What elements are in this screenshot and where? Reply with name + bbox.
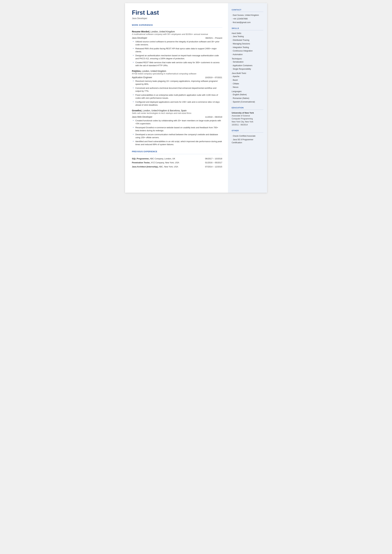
job-block-2: Polyhire, London, United Kingdom NYSE-li…: [132, 70, 222, 107]
job-bullets-2: Resolved memory leaks plaguing 10+ compa…: [132, 80, 222, 107]
technique-3: Single Responsibility: [232, 68, 263, 70]
skill-5: Continuous Integration: [232, 49, 263, 52]
skills-divider: [232, 30, 263, 30]
job-row-3: Java Web Developer 11/2018 – 09/2019: [132, 116, 222, 118]
edu-school: University of New York: [232, 112, 263, 114]
job-block-3: Growthsi, London, United Kingdom & Barce…: [132, 109, 222, 146]
bullet-3-1: Created functional codes by collaboratin…: [133, 119, 222, 125]
company-rest-3: London, United Kingdom & Barcelona, Spai…: [142, 109, 187, 112]
techniques-label: Techniques:: [232, 58, 263, 60]
skills-heading: SKILLS: [232, 27, 263, 29]
job-role-3: Java Web Developer: [132, 116, 153, 118]
company-bold-1: Resume Worded,: [132, 30, 150, 33]
contact-heading: CONTACT: [232, 9, 263, 11]
contact-phone: +44 1234567890: [232, 17, 263, 20]
main-column: First Last Java Developer WORK EXPERIENC…: [125, 3, 228, 193]
language-1: English (Native): [232, 93, 263, 96]
bullet-3-2: Revamped Growthsi e-commerce website bas…: [133, 126, 222, 132]
edu-dates: 10/2011 - 06/2014: [232, 123, 263, 126]
prev-row-3: Java Architect (Internship), ABC, New Yo…: [132, 165, 222, 169]
company-bold-2: Polyhire,: [132, 70, 141, 72]
company-name-2: Polyhire, London, United Kingdom: [132, 70, 222, 72]
education-divider: [232, 110, 263, 110]
bullet-3-4: Identified and fixed vulnerabilities in …: [133, 140, 222, 146]
bullet-1-4: Created REST Web services that make web …: [133, 61, 222, 67]
bullet-1-2: Released RW's first public-facing REST A…: [133, 47, 222, 53]
company-desc-3: Sells call center technologies to tech s…: [132, 112, 222, 114]
contact-email: first.last@gmail.com: [232, 21, 263, 24]
language-2: Romanian (Native): [232, 97, 263, 100]
resume-container: First Last Java Developer WORK EXPERIENC…: [125, 3, 267, 193]
bullet-2-3: Fixed vulnerabilities in an enterprise-w…: [133, 93, 222, 100]
job-row-1: Java Developer 08/2021 – Present: [132, 37, 222, 39]
company-desc-2: NYSE-listed company specializing in math…: [132, 72, 222, 75]
prev-dates-3: 07/2014 – 12/2015: [190, 165, 222, 169]
build-tool-3: CMake: [232, 82, 263, 85]
job-role-1: Java Developer: [132, 37, 147, 39]
prev-role-2: Penetration Tester, XYZ Company, New Yor…: [132, 161, 191, 165]
sidebar-column: CONTACT East Sussex, United Kingdom +44 …: [228, 3, 267, 193]
company-rest-1: London, United Kingdom: [150, 30, 175, 33]
job-role-2: Application Engineer: [132, 76, 152, 79]
skill-3: Managing Sessions: [232, 42, 263, 45]
prev-dates-2: 01/2016 – 05/2017: [190, 161, 222, 165]
prev-dates-1: 06/2017 – 10/2018: [190, 157, 222, 161]
build-tools-label: Java Build Tools:: [232, 72, 263, 74]
job-dates-3: 11/2018 – 09/2019: [205, 116, 222, 118]
other-item-2: Java SE 8 Programmer Certification: [232, 138, 263, 144]
bullet-1-3: Designed an authentication mechanism bas…: [133, 54, 222, 60]
languages-label: Languages:: [232, 90, 263, 92]
edu-location: New York City, New York: [232, 120, 263, 123]
company-desc-1: A multinational software company with 50…: [132, 33, 222, 35]
prev-experience-heading: PREVIOUS EXPERIENCE: [132, 150, 222, 153]
other-item-1: Oracle Certified Associate: [232, 134, 263, 138]
technique-1: Serialization: [232, 61, 263, 63]
candidate-title: Java Developer: [132, 17, 222, 20]
edu-field: Computer Programming: [232, 117, 263, 120]
prev-role-3: Java Architect (Internship), ABC, New Yo…: [132, 165, 191, 169]
education-heading: EDUCATION: [232, 107, 263, 109]
prev-experience-divider: [132, 154, 222, 154]
job-dates-1: 08/2021 – Present: [205, 37, 222, 39]
bullet-2-4: Configured and deployed applications and…: [133, 100, 222, 107]
prev-row-2: Penetration Tester, XYZ Company, New Yor…: [132, 161, 222, 165]
prev-row-1: SQL Programmer, ABC Company, London, UK …: [132, 157, 222, 161]
other-heading: OTHER: [232, 130, 263, 132]
job-row-2: Application Engineer 10/2019 – 07/2021: [132, 76, 222, 79]
bullet-3-3: Developed a secure communication method …: [133, 133, 222, 139]
build-tool-4: Nexus: [232, 86, 263, 89]
hard-skills-label: Hard Skills:: [232, 32, 263, 35]
build-tool-1: Apache: [232, 75, 263, 78]
bullet-2-1: Resolved memory leaks plaguing 10+ compa…: [133, 80, 222, 86]
job-block-1: Resume Worded, London, United Kingdom A …: [132, 30, 222, 67]
technique-2: Application Containers: [232, 64, 263, 67]
skill-2: Distributed Tracing: [232, 39, 263, 42]
company-bold-3: Growthsi,: [132, 109, 142, 112]
bullet-1-1: Utilized source control software to pres…: [133, 40, 222, 46]
build-tool-2: Bazel: [232, 79, 263, 82]
skill-4: Integration Testing: [232, 46, 263, 49]
language-3: Spanish (Conversational): [232, 100, 263, 104]
prev-experience-table: SQL Programmer, ABC Company, London, UK …: [132, 157, 222, 169]
company-name-1: Resume Worded, London, United Kingdom: [132, 30, 222, 33]
bullet-2-2: Conceived and authored a technical docum…: [133, 87, 222, 93]
company-name-3: Growthsi, London, United Kingdom & Barce…: [132, 109, 222, 112]
company-rest-2: London, United Kingdom: [141, 70, 166, 72]
job-bullets-1: Utilized source control software to pres…: [132, 40, 222, 67]
skill-1: Java Testing: [232, 35, 263, 38]
prev-role-1: SQL Programmer, ABC Company, London, UK: [132, 157, 191, 161]
contact-address: East Sussex, United Kingdom: [232, 14, 263, 17]
candidate-name: First Last: [132, 9, 222, 16]
work-experience-heading: WORK EXPERIENCE: [132, 24, 222, 26]
contact-divider: [232, 12, 263, 12]
other-divider: [232, 133, 263, 133]
job-dates-2: 10/2019 – 07/2021: [205, 76, 222, 79]
skill-6: Automation: [232, 53, 263, 56]
edu-degree: Associate of Science: [232, 114, 263, 117]
job-bullets-3: Created functional codes by collaboratin…: [132, 119, 222, 146]
